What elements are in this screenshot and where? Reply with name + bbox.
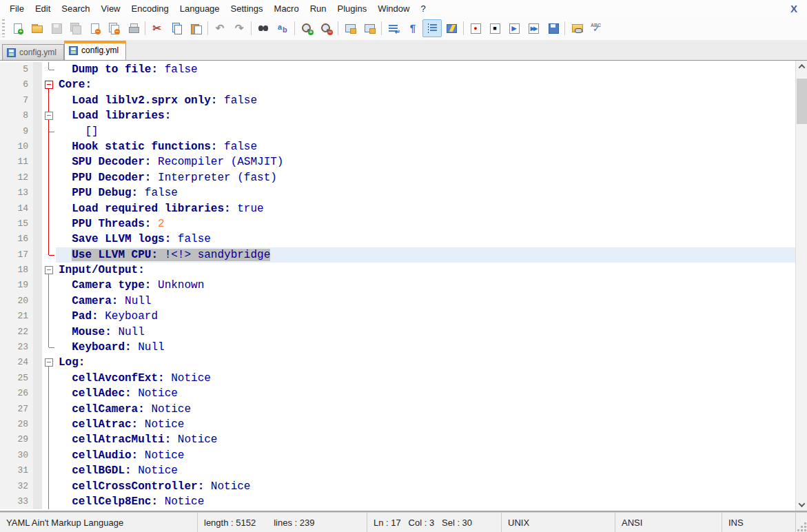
- code-area[interactable]: 5 Dump to file: false6Core:7 Load liblv2…: [0, 61, 795, 511]
- sync-horizontal-button[interactable]: [360, 19, 379, 37]
- show-indent-guide-button[interactable]: [422, 19, 442, 37]
- fold-margin[interactable]: [42, 448, 56, 463]
- replace-button[interactable]: [273, 19, 292, 37]
- fold-collapse-icon[interactable]: [45, 112, 53, 120]
- fold-margin[interactable]: [42, 154, 56, 170]
- fold-margin[interactable]: [42, 371, 56, 386]
- bookmark-margin[interactable]: [33, 93, 42, 108]
- fold-margin[interactable]: [42, 355, 56, 370]
- menu-item-window[interactable]: Window: [372, 1, 415, 16]
- bookmark-margin[interactable]: [33, 294, 42, 309]
- find-button[interactable]: [254, 19, 273, 37]
- code-text[interactable]: cellCelp8Enc: Notice: [56, 494, 795, 509]
- code-text[interactable]: []: [56, 124, 795, 139]
- line-number[interactable]: 10: [0, 139, 33, 154]
- bookmark-margin[interactable]: [33, 278, 42, 293]
- code-text-current-line[interactable]: Use LLVM CPU: !<!> sandybridge: [56, 247, 795, 263]
- line-number[interactable]: 15: [0, 216, 33, 232]
- code-text[interactable]: Pad: Keyboard: [56, 309, 795, 324]
- line-number[interactable]: 17: [0, 247, 33, 263]
- doc-switcher-button[interactable]: [442, 19, 461, 37]
- code-text[interactable]: Core:: [56, 77, 795, 92]
- code-text[interactable]: cellCrossController: Notice: [56, 479, 795, 494]
- code-text[interactable]: cellAdec: Notice: [56, 386, 795, 401]
- redo-button[interactable]: ↷: [229, 19, 249, 37]
- tab-config.yml-active[interactable]: config.yml: [64, 41, 126, 60]
- code-text[interactable]: cellBGDL: Notice: [56, 463, 795, 478]
- menu-item-search[interactable]: Search: [56, 1, 95, 16]
- fold-margin[interactable]: [42, 216, 56, 232]
- code-text[interactable]: Load liblv2.sprx only: false: [56, 93, 795, 108]
- code-text[interactable]: Camera type: Unknown: [56, 278, 795, 293]
- open-containing-folder-button[interactable]: [567, 19, 586, 37]
- close-file-button[interactable]: −: [85, 19, 104, 37]
- fold-margin[interactable]: [42, 185, 56, 201]
- menu-item-encoding[interactable]: Encoding: [126, 1, 174, 16]
- code-text[interactable]: Keyboard: Null: [56, 340, 795, 355]
- bookmark-margin[interactable]: [33, 170, 42, 185]
- bookmark-margin[interactable]: [33, 108, 42, 123]
- macro-run-multiple-button[interactable]: ▶▶: [524, 19, 543, 37]
- line-number[interactable]: 21: [0, 309, 33, 324]
- fold-margin[interactable]: [42, 340, 56, 355]
- line-number[interactable]: 33: [0, 494, 33, 509]
- scroll-down-icon[interactable]: [796, 499, 807, 511]
- sync-vertical-button[interactable]: [340, 19, 360, 37]
- bookmark-margin[interactable]: [33, 263, 42, 278]
- bookmark-margin[interactable]: [33, 201, 42, 216]
- new-file-button[interactable]: +: [8, 19, 27, 37]
- menu-item-run[interactable]: Run: [305, 1, 332, 16]
- fold-margin[interactable]: [42, 62, 56, 77]
- code-text[interactable]: Save LLVM logs: false: [56, 232, 795, 247]
- fold-margin[interactable]: [42, 201, 56, 216]
- bookmark-margin[interactable]: [33, 247, 42, 263]
- line-number[interactable]: 27: [0, 402, 33, 417]
- copy-button[interactable]: [167, 19, 186, 37]
- bookmark-margin[interactable]: [33, 340, 42, 355]
- line-number[interactable]: 12: [0, 170, 33, 185]
- line-number[interactable]: 31: [0, 463, 33, 478]
- line-number[interactable]: 25: [0, 371, 33, 386]
- bookmark-margin[interactable]: [33, 139, 42, 154]
- save-file-button[interactable]: [46, 19, 65, 37]
- line-number[interactable]: 13: [0, 185, 33, 201]
- line-number[interactable]: 9: [0, 124, 33, 139]
- code-text[interactable]: cellCamera: Notice: [56, 402, 795, 417]
- macro-play-button[interactable]: ▶: [504, 19, 524, 37]
- line-number[interactable]: 26: [0, 386, 33, 401]
- save-all-button[interactable]: [65, 19, 85, 37]
- code-text[interactable]: PPU Decoder: Interpreter (fast): [56, 170, 795, 185]
- bookmark-margin[interactable]: [33, 124, 42, 139]
- bookmark-margin[interactable]: [33, 448, 42, 463]
- line-number[interactable]: 18: [0, 263, 33, 278]
- scrollbar-thumb[interactable]: [797, 79, 807, 124]
- code-text[interactable]: Log:: [56, 355, 795, 370]
- menu-item-plugins[interactable]: Plugins: [332, 1, 373, 16]
- macro-stop-button[interactable]: ■: [485, 19, 504, 37]
- menu-item-file[interactable]: File: [4, 1, 30, 16]
- undo-button[interactable]: ↶: [210, 19, 229, 37]
- fold-margin[interactable]: [42, 247, 56, 263]
- line-number[interactable]: 30: [0, 448, 33, 463]
- macro-record-button[interactable]: ●: [466, 19, 485, 37]
- zoom-in-button[interactable]: +: [297, 19, 316, 37]
- fold-margin[interactable]: [42, 93, 56, 108]
- zoom-out-button[interactable]: −: [316, 19, 336, 37]
- fold-margin[interactable]: [42, 494, 56, 509]
- bookmark-margin[interactable]: [33, 402, 42, 417]
- resize-grip-icon[interactable]: [797, 522, 807, 532]
- fold-margin[interactable]: [42, 124, 56, 139]
- paste-button[interactable]: [186, 19, 205, 37]
- code-text[interactable]: Input/Output:: [56, 263, 795, 278]
- line-number[interactable]: 19: [0, 278, 33, 293]
- close-icon[interactable]: X: [790, 3, 797, 14]
- menu-item-edit[interactable]: Edit: [30, 1, 56, 16]
- bookmark-margin[interactable]: [33, 325, 42, 340]
- line-number[interactable]: 29: [0, 432, 33, 447]
- fold-margin[interactable]: [42, 232, 56, 247]
- word-wrap-button[interactable]: [384, 19, 403, 37]
- bookmark-margin[interactable]: [33, 309, 42, 324]
- line-number[interactable]: 28: [0, 417, 33, 432]
- fold-margin[interactable]: [42, 263, 56, 278]
- tab-config.yml-0[interactable]: config.yml: [2, 44, 64, 60]
